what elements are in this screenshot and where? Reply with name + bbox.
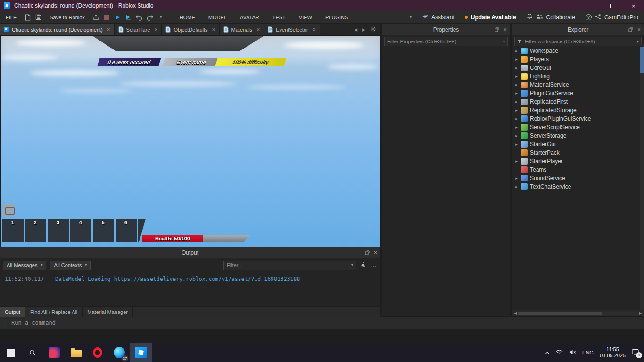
bottom-tab-material-manager[interactable]: Material Manager (83, 307, 133, 317)
command-input[interactable] (11, 320, 644, 326)
float-panel-icon[interactable] (495, 27, 499, 32)
play-here-icon[interactable] (123, 12, 134, 23)
tab-settings-gear-icon[interactable] (370, 26, 376, 33)
menu-model[interactable]: MODEL (202, 15, 233, 20)
tab-close-icon[interactable]: × (256, 26, 260, 33)
explorer-item-coregui[interactable]: ▸ CoreGui (512, 64, 640, 72)
explorer-item-teams[interactable]: ▸ Teams (512, 165, 640, 174)
explorer-item-replicatedstorage[interactable]: ▸ ReplicatedStorage (512, 106, 640, 115)
language-indicator[interactable]: ENG (582, 350, 594, 355)
tab-close-icon[interactable]: × (154, 26, 157, 33)
tab-solarflare[interactable]: SolarFlare × (115, 24, 162, 35)
explorer-filter-input[interactable] (525, 39, 635, 44)
output-panel-header[interactable]: Output × (0, 247, 380, 258)
redo-icon[interactable] (145, 12, 156, 23)
close-panel-icon[interactable]: × (374, 249, 377, 256)
pinned-app-button-1[interactable] (43, 343, 65, 362)
tab-close-icon[interactable]: × (107, 26, 110, 33)
chevron-right-icon[interactable]: ▸ (514, 49, 519, 53)
network-wifi-icon[interactable] (556, 349, 563, 356)
stop-icon[interactable] (101, 12, 112, 23)
tray-expand-chevron-icon[interactable] (545, 349, 550, 356)
tab-objectdefaults[interactable]: ObjectDefaults × (162, 24, 219, 35)
chevron-right-icon[interactable]: ▸ (514, 176, 519, 181)
caret-down-icon[interactable]: ▾ (503, 40, 505, 44)
chevron-right-icon[interactable]: ▸ (514, 184, 519, 189)
save-to-roblox-button[interactable]: Save to Roblox (44, 15, 91, 20)
chevron-right-icon[interactable]: ▸ (514, 66, 519, 70)
explorer-panel-header[interactable]: Explorer × (512, 24, 644, 35)
chevron-right-icon[interactable]: ▸ (514, 159, 519, 164)
close-button[interactable]: × (623, 0, 644, 11)
roblox-studio-taskbar-button[interactable] (130, 343, 152, 362)
taskbar-search-button[interactable] (22, 343, 43, 362)
contexts-filter-dropdown[interactable]: All Contexts ▾ (50, 261, 91, 270)
chevron-right-icon[interactable]: ▸ (514, 125, 519, 130)
close-panel-icon[interactable]: × (504, 26, 507, 33)
tab-scroll-left-icon[interactable]: ◀ (354, 27, 357, 32)
chevron-right-icon[interactable]: ▸ (514, 91, 519, 96)
share-icon[interactable] (595, 14, 601, 21)
file-menu-button[interactable]: FILE (0, 15, 22, 20)
menu-view[interactable]: VIEW (292, 15, 319, 20)
command-bar[interactable]: ⋮ (0, 317, 644, 329)
explorer-item-startergui[interactable]: ▸ StarterGui (512, 140, 640, 148)
caret-down-icon[interactable]: ▾ (637, 40, 639, 44)
notifications-bell-icon[interactable] (527, 13, 533, 21)
close-panel-icon[interactable]: × (637, 26, 641, 33)
properties-filter[interactable]: ▾ (384, 37, 508, 46)
edge-browser-button[interactable]: 37 (108, 343, 130, 362)
output-filter-input[interactable] (227, 263, 349, 268)
chevron-right-icon[interactable]: ▸ (514, 116, 519, 121)
explorer-item-starterplayer[interactable]: ▸ StarterPlayer (512, 157, 640, 165)
properties-filter-input[interactable] (387, 39, 501, 44)
explorer-vertical-scrollbar[interactable] (640, 47, 644, 310)
update-available-button[interactable]: Update Available (471, 14, 516, 21)
chevron-right-icon[interactable]: ▸ (514, 74, 519, 79)
menu-home[interactable]: HOME (173, 15, 202, 20)
assistant-button[interactable]: Assistant (431, 14, 454, 21)
caret-down-icon[interactable]: ▾ (351, 263, 353, 267)
help-icon[interactable]: ? (586, 14, 592, 20)
file-explorer-button[interactable] (65, 343, 87, 362)
collaborate-button[interactable]: Collaborate (546, 14, 575, 21)
volume-muted-icon[interactable] (569, 349, 576, 356)
start-button[interactable] (0, 343, 22, 362)
tab-place[interactable]: Chaotic skylands: round (Development) × (0, 24, 115, 35)
undo-icon[interactable] (134, 12, 145, 23)
menu-avatar[interactable]: AVATAR (233, 15, 266, 20)
title-bar[interactable]: Chaotic skylands: round (Development) - … (0, 0, 644, 11)
chevron-right-icon[interactable]: ▸ (514, 82, 519, 87)
minimize-button[interactable] (580, 0, 602, 11)
publish-icon[interactable] (91, 12, 101, 23)
action-center-button[interactable]: 1 (632, 349, 639, 357)
explorer-item-materialservice[interactable]: ▸ MaterialService (512, 81, 640, 89)
explorer-item-soundservice[interactable]: ▸ SoundService (512, 174, 640, 182)
chevron-right-icon[interactable]: ▸ (514, 142, 519, 147)
tab-materials[interactable]: Materials × (220, 24, 264, 35)
explorer-item-lighting[interactable]: ▸ Lighting (512, 72, 640, 81)
menu-plugins[interactable]: PLUGINS (319, 15, 355, 20)
properties-panel-header[interactable]: Properties × (382, 24, 510, 35)
explorer-item-players[interactable]: ▸ Players (512, 55, 640, 64)
maximize-button[interactable] (602, 0, 623, 11)
save-icon[interactable] (33, 12, 44, 23)
play-icon[interactable] (112, 12, 123, 23)
username-label[interactable]: GamEditoPro (604, 14, 638, 21)
output-log[interactable]: 11:52:40.117DataModel Loading https://as… (0, 272, 380, 286)
chevron-right-icon[interactable]: ▸ (514, 133, 519, 138)
float-panel-icon[interactable] (365, 250, 370, 255)
menu-test[interactable]: TEST (266, 15, 292, 20)
output-more-icon[interactable]: … (371, 262, 377, 269)
messages-filter-dropdown[interactable]: All Messages ▾ (3, 261, 46, 270)
explorer-item-serverscriptservice[interactable]: ▸ ServerScriptService (512, 123, 640, 132)
scrollbar-track[interactable] (518, 312, 638, 315)
chevron-right-icon[interactable]: ▸ (514, 108, 519, 113)
explorer-item-pluginguiservice[interactable]: ▸ PluginGuiService (512, 89, 640, 98)
scroll-right-icon[interactable]: ▶ (639, 311, 642, 315)
bottom-tab-find-all[interactable]: Find All / Replace All (25, 307, 83, 317)
tab-scroll-right-icon[interactable]: ▶ (362, 27, 365, 32)
bottom-tab-output[interactable]: Output (0, 307, 25, 317)
scroll-left-icon[interactable]: ◀ (514, 311, 517, 315)
output-filter-combo[interactable]: ▾ (223, 261, 356, 270)
